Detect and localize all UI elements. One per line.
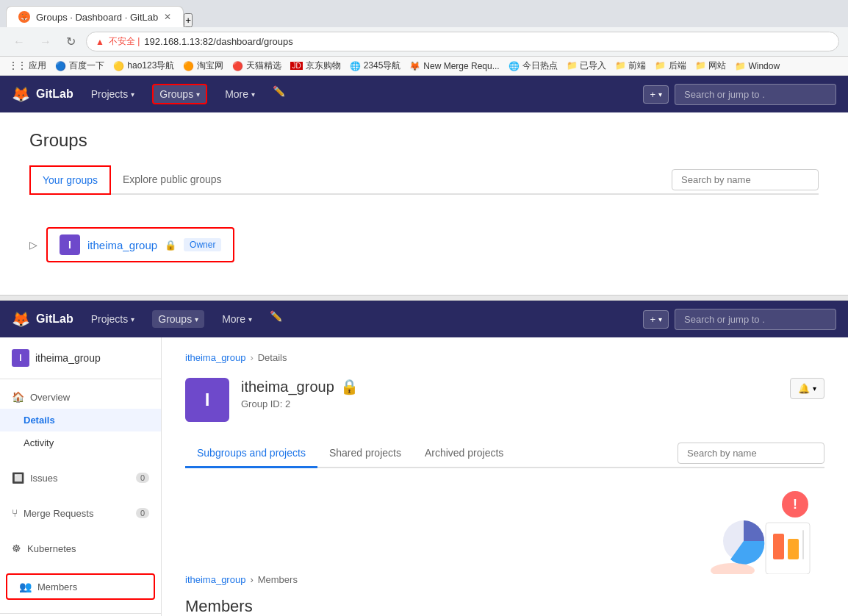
breadcrumb: itheima_group › Details: [185, 352, 824, 363]
nav-projects-1[interactable]: Projects ▾: [85, 85, 141, 103]
sidebar-section-merge-requests: ⑂ Merge Requests 0: [0, 495, 161, 531]
content-search-area: [678, 443, 824, 464]
breadcrumb-group-link[interactable]: itheima_group: [185, 352, 245, 363]
browser-controls: ← → ↻ ▲ 不安全 | 192.168.1.13:82/dashboard/…: [0, 27, 848, 57]
refresh-button[interactable]: ↻: [62, 32, 80, 51]
browser-tab-bar: 🦊 Groups · Dashboard · GitLab ✕ +: [0, 0, 848, 27]
nav-more-2[interactable]: More ▾: [216, 310, 258, 328]
issues-icon: 🔲: [12, 472, 24, 484]
nav-edit-icon-1[interactable]: ✏️: [273, 85, 290, 103]
bookmark-taobao[interactable]: 🟠 淘宝网: [183, 60, 223, 72]
bookmark-frontend[interactable]: 📁 前端: [615, 60, 646, 72]
sidebar-members-header[interactable]: 👥 Members: [6, 573, 155, 600]
gitlab-logo-2[interactable]: 🦊 GitLab: [12, 310, 73, 328]
back-button[interactable]: ←: [9, 32, 29, 51]
bookmark-2345[interactable]: 🌐 2345导航: [350, 60, 401, 72]
nav-projects-2[interactable]: Projects ▾: [85, 310, 141, 328]
content-search-input[interactable]: [678, 443, 824, 464]
groups-page-title: Groups: [29, 130, 819, 151]
browser-tab-active[interactable]: 🦊 Groups · Dashboard · GitLab ✕: [6, 6, 184, 27]
bookmark-hotspot[interactable]: 🌐 今日热点: [509, 60, 558, 72]
group-lock-icon: 🔒: [165, 240, 176, 251]
sidebar-overview-header[interactable]: 🏠 Overview: [0, 385, 161, 409]
illustration-area: !: [185, 486, 824, 574]
forward-button[interactable]: →: [35, 32, 56, 51]
bookmark-backend[interactable]: 📁 后端: [655, 60, 686, 72]
plus-chevron-1: ▾: [658, 90, 662, 99]
bookmark-apps[interactable]: ⋮⋮ 应用: [9, 60, 46, 72]
groups-search-input[interactable]: [672, 169, 819, 190]
members-icon: 👥: [19, 581, 32, 592]
sidebar-issues-header[interactable]: 🔲 Issues 0: [0, 466, 161, 490]
nav-groups-1[interactable]: Groups ▾: [152, 84, 207, 104]
nav-more-label-1: More: [225, 88, 248, 100]
sidebar-item-activity[interactable]: Activity: [0, 431, 161, 454]
sidebar-kubernetes-header[interactable]: ☸ Kubernetes: [0, 537, 161, 560]
group-header-actions: 🔔 ▾: [790, 378, 824, 399]
tab-title: Groups · Dashboard · GitLab: [36, 12, 158, 23]
sidebar-issues-label: Issues: [30, 473, 58, 484]
tab-shared-projects[interactable]: Shared projects: [317, 440, 413, 468]
group-entry[interactable]: I itheima_group 🔒 Owner: [46, 227, 234, 262]
members-breadcrumb-group-link[interactable]: itheima_group: [185, 574, 245, 585]
nav-groups-label-2: Groups: [158, 313, 192, 325]
sidebar-header: I itheima_group: [0, 337, 161, 379]
sidebar-group-name: itheima_group: [35, 352, 101, 364]
address-bar[interactable]: ▲ 不安全 | 192.168.1.13:82/dashboard/groups: [86, 32, 839, 51]
members-breadcrumb: itheima_group › Members: [185, 574, 824, 585]
bookmark-baidu[interactable]: 🔵 百度一下: [55, 60, 104, 72]
group-header-card: I itheima_group 🔒 Group ID: 2 🔔 ▾: [185, 378, 824, 422]
sidebar-item-details[interactable]: Details: [0, 409, 161, 431]
group-expand-icon[interactable]: ▷: [29, 239, 37, 251]
breadcrumb-separator: ›: [250, 352, 253, 363]
nav-groups-2[interactable]: Groups ▾: [152, 310, 204, 328]
group-name-link[interactable]: itheima_group: [87, 239, 157, 251]
tab-archived-projects[interactable]: Archived projects: [413, 440, 515, 468]
top-nav-1: 🦊 GitLab Projects ▾ Groups ▾ More ▾ ✏️ +…: [0, 76, 848, 112]
address-protocol: 不安全 |: [109, 35, 140, 48]
nav-right-1: + ▾: [643, 84, 836, 105]
tab-your-groups-label: Your groups: [43, 174, 98, 186]
group-header-info: itheima_group 🔒 Group ID: 2: [241, 378, 359, 409]
sidebar-merge-header[interactable]: ⑂ Merge Requests 0: [0, 501, 161, 525]
new-tab-button[interactable]: +: [184, 13, 193, 27]
bookmark-imported[interactable]: 📁 已导入: [567, 60, 606, 72]
bookmark-window[interactable]: 📁 Window: [735, 61, 780, 71]
nav-plus-button-2[interactable]: + ▾: [643, 310, 669, 329]
sidebar-kubernetes-label: Kubernetes: [27, 543, 76, 554]
content-tabs: Subgroups and projects Shared projects A…: [185, 440, 824, 468]
sidebar-avatar-letter: I: [19, 353, 21, 363]
section-divider: [0, 295, 848, 301]
address-text: 192.168.1.13:82/dashboard/groups: [144, 36, 292, 47]
breadcrumb-current: Details: [258, 352, 287, 363]
bookmark-tianmao[interactable]: 🔴 天猫精选: [232, 60, 281, 72]
tab-explore-groups-label: Explore public groups: [123, 173, 222, 185]
nav-more-1[interactable]: More ▾: [219, 85, 261, 103]
groups-tabs: Your groups Explore public groups: [29, 165, 819, 195]
sidebar-section-members: 👥 Members: [0, 566, 161, 607]
notification-bell-button[interactable]: 🔔 ▾: [790, 378, 824, 399]
bookmark-merge[interactable]: 🦊 New Merge Requ...: [409, 61, 499, 71]
nav-plus-button-1[interactable]: + ▾: [643, 85, 669, 104]
gitlab-fox-icon-2: 🦊: [12, 310, 30, 328]
bookmark-jd[interactable]: JD 京东购物: [290, 60, 340, 72]
gitlab-logo-1[interactable]: 🦊 GitLab: [12, 85, 73, 103]
tab-subgroups-projects[interactable]: Subgroups and projects: [185, 440, 317, 468]
sidebar-section-kubernetes: ☸ Kubernetes: [0, 531, 161, 566]
nav-search-input-2[interactable]: [675, 309, 836, 330]
sidebar-merge-label: Merge Requests: [24, 508, 93, 519]
nav-groups-chevron-1: ▾: [196, 90, 200, 99]
browser-bookmarks: ⋮⋮ 应用 🔵 百度一下 🟡 hao123导航 🟠 淘宝网 🔴 天猫精选 JD …: [0, 57, 848, 76]
tab-your-groups[interactable]: Your groups: [29, 165, 111, 195]
tab-shared-label: Shared projects: [329, 447, 401, 459]
tab-explore-groups[interactable]: Explore public groups: [111, 166, 234, 194]
bookmark-hao123[interactable]: 🟡 hao123导航: [113, 60, 174, 72]
group-header-avatar: I: [185, 378, 229, 422]
svg-rect-4: [773, 534, 784, 559]
tab-close-button[interactable]: ✕: [164, 12, 171, 22]
groups-search-area: [672, 169, 819, 190]
nav-edit-icon-2[interactable]: ✏️: [270, 310, 287, 328]
nav-search-input-1[interactable]: [675, 84, 836, 105]
bookmark-website[interactable]: 📁 网站: [695, 60, 726, 72]
tab-favicon: 🦊: [18, 11, 30, 23]
